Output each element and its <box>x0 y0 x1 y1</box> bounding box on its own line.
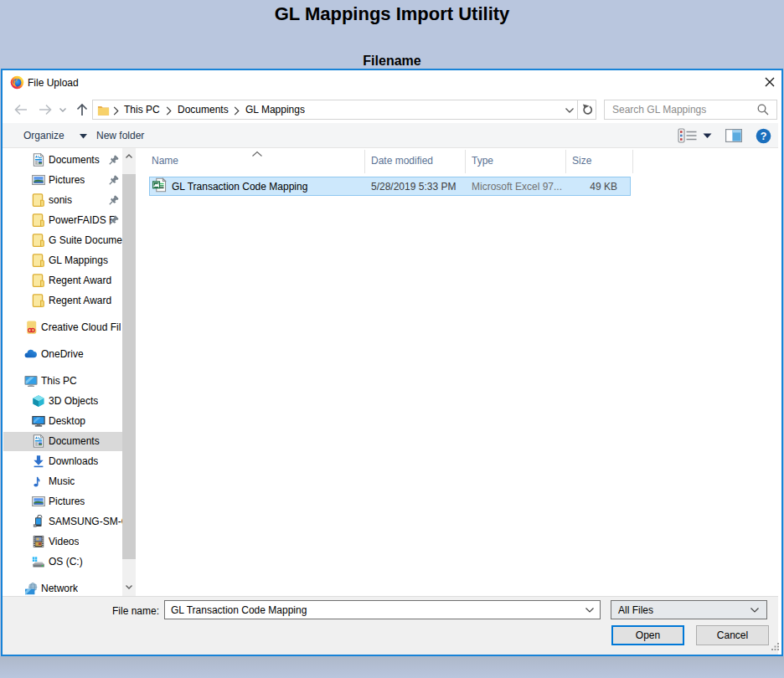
svg-text:?: ? <box>761 131 767 142</box>
